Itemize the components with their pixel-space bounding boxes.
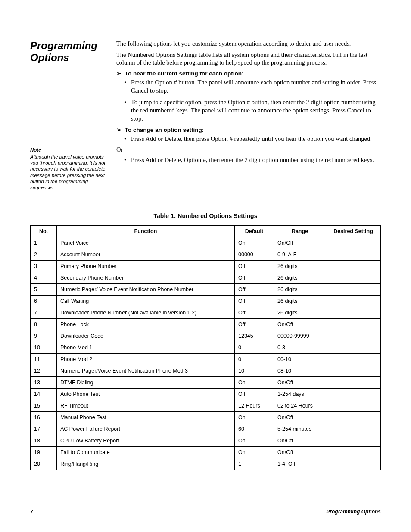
- td-function: Account Number: [57, 249, 235, 260]
- td-default: On: [235, 411, 274, 423]
- td-default: Off: [235, 260, 274, 272]
- td-range: 26 digits: [274, 307, 326, 318]
- td-no: 20: [31, 458, 57, 470]
- td-default: Off: [235, 318, 274, 330]
- table-row: 19Fail to CommunicateOnOn/Off: [31, 446, 381, 458]
- two-column-layout: Programming Options Note Although the pa…: [30, 40, 381, 191]
- td-function: Numeric Pager/ Voice Event Notification …: [57, 283, 235, 295]
- list-item: Press the Option # button. The panel wil…: [124, 78, 381, 95]
- td-no: 10: [31, 342, 57, 353]
- td-default: On: [235, 435, 274, 446]
- td-default: 12 Hours: [235, 400, 274, 411]
- table-row: 16Manual Phone TestOnOn/Off: [31, 411, 381, 423]
- table-row: 5Numeric Pager/ Voice Event Notification…: [31, 283, 381, 295]
- td-range: 26 digits: [274, 260, 326, 272]
- note-label: Note: [30, 147, 110, 153]
- td-desired: [326, 318, 381, 330]
- td-default: On: [235, 376, 274, 388]
- td-range: 08-10: [274, 365, 326, 376]
- table-header-row: No. Function Default Range Desired Setti…: [31, 225, 381, 237]
- td-no: 5: [31, 283, 57, 295]
- td-no: 18: [31, 435, 57, 446]
- td-range: 26 digits: [274, 283, 326, 295]
- left-column: Programming Options Note Although the pa…: [30, 40, 116, 191]
- td-default: 60: [235, 423, 274, 435]
- table-row: 4Secondary Phone NumberOff26 digits: [31, 272, 381, 283]
- table-row: 3Primary Phone NumberOff26 digits: [31, 260, 381, 272]
- td-function: Numeric Pager/Voice Event Notification P…: [57, 365, 235, 376]
- page-footer: 7 Programming Options: [30, 507, 381, 515]
- td-no: 14: [31, 388, 57, 400]
- or-text: Or: [116, 146, 381, 153]
- td-default: Off: [235, 283, 274, 295]
- change-bullets-2: Press Add or Delete, Option #, then ente…: [116, 156, 381, 164]
- td-default: On: [235, 237, 274, 249]
- td-desired: [326, 272, 381, 283]
- td-range: 26 digits: [274, 295, 326, 307]
- footer-section: Programming Options: [326, 509, 381, 515]
- td-no: 11: [31, 353, 57, 365]
- td-range: 5-254 minutes: [274, 423, 326, 435]
- td-desired: [326, 388, 381, 400]
- table-row: 6Call WaitingOff26 digits: [31, 295, 381, 307]
- hear-bullets: Press the Option # button. The panel wil…: [116, 78, 381, 122]
- td-default: 1: [235, 458, 274, 470]
- td-default: On: [235, 446, 274, 458]
- td-function: Manual Phone Test: [57, 411, 235, 423]
- table-title: Table 1: Numbered Options Settings: [30, 212, 381, 219]
- list-item: To jump to a specific option, press the …: [124, 98, 381, 123]
- td-no: 13: [31, 376, 57, 388]
- table-row: 20Ring/Hang/Ring11-4, Off: [31, 458, 381, 470]
- right-column: The following options let you customize …: [116, 40, 381, 191]
- td-no: 9: [31, 330, 57, 342]
- options-table: No. Function Default Range Desired Setti…: [30, 225, 381, 470]
- td-no: 1: [31, 237, 57, 249]
- td-no: 16: [31, 411, 57, 423]
- td-function: Phone Mod 1: [57, 342, 235, 353]
- arrow-icon: ➢: [116, 126, 123, 133]
- td-default: 00000: [235, 249, 274, 260]
- td-function: Ring/Hang/Ring: [57, 458, 235, 470]
- td-no: 4: [31, 272, 57, 283]
- td-desired: [326, 330, 381, 342]
- td-desired: [326, 458, 381, 470]
- td-function: Phone Mod 2: [57, 353, 235, 365]
- table-row: 8Phone LockOffOn/Off: [31, 318, 381, 330]
- note-body: Although the panel voice prompts you thr…: [30, 154, 106, 190]
- td-function: Panel Voice: [57, 237, 235, 249]
- table-row: 9Downloader Code1234500000-99999: [31, 330, 381, 342]
- list-item: Press Add or Delete, then press Option #…: [124, 135, 381, 143]
- table-row: 12Numeric Pager/Voice Event Notification…: [31, 365, 381, 376]
- page: Programming Options Note Although the pa…: [0, 0, 411, 532]
- table-row: 1Panel VoiceOnOn/Off: [31, 237, 381, 249]
- td-range: On/Off: [274, 318, 326, 330]
- td-function: Phone Lock: [57, 318, 235, 330]
- th-function: Function: [57, 225, 235, 237]
- td-default: 0: [235, 342, 274, 353]
- td-desired: [326, 423, 381, 435]
- td-function: DTMF Dialing: [57, 376, 235, 388]
- table-row: 11Phone Mod 2000-10: [31, 353, 381, 365]
- arrow-icon: ➢: [116, 70, 123, 77]
- table-row: 17AC Power Failure Report605-254 minutes: [31, 423, 381, 435]
- td-range: On/Off: [274, 237, 326, 249]
- td-range: 0-3: [274, 342, 326, 353]
- td-range: On/Off: [274, 411, 326, 423]
- td-no: 12: [31, 365, 57, 376]
- table-row: 14Auto Phone TestOff1-254 days: [31, 388, 381, 400]
- change-bullets-1: Press Add or Delete, then press Option #…: [116, 135, 381, 143]
- table-row: 2Account Number000000-9, A-F: [31, 249, 381, 260]
- td-no: 8: [31, 318, 57, 330]
- procedure-heading-change: ➢ To change an option setting:: [116, 126, 381, 133]
- change-heading-text: To change an option setting:: [125, 127, 204, 133]
- td-default: Off: [235, 307, 274, 318]
- td-desired: [326, 342, 381, 353]
- td-function: AC Power Failure Report: [57, 423, 235, 435]
- th-default: Default: [235, 225, 274, 237]
- td-range: 02 to 24 Hours: [274, 400, 326, 411]
- td-default: 10: [235, 365, 274, 376]
- td-function: Downloader Phone Number (Not available i…: [57, 307, 235, 318]
- td-desired: [326, 260, 381, 272]
- td-function: CPU Low Battery Report: [57, 435, 235, 446]
- td-range: On/Off: [274, 435, 326, 446]
